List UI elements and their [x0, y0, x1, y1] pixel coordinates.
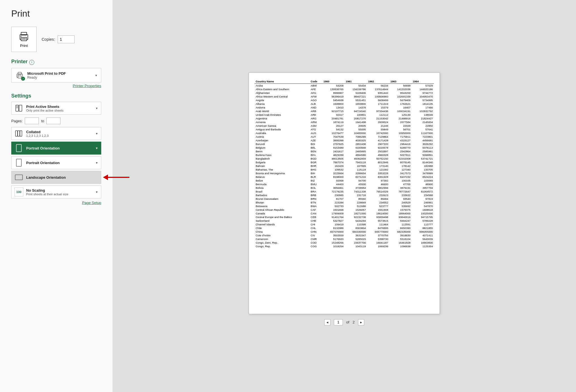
pages-to-label: to: [41, 119, 44, 123]
printer-properties-link[interactable]: Printer Properties: [11, 84, 101, 88]
svg-rect-2: [21, 37, 27, 41]
table-row: Cote d'IvoireCIV350355936315473770756391…: [255, 234, 434, 237]
portrait-orientation-row[interactable]: Portrait Orientation ▼: [11, 156, 101, 169]
table-header-row: Country Name Code 1960 1961 1962 1963 19…: [255, 80, 434, 84]
table-row: BelarusBLR819800082712168351928843723285…: [255, 175, 434, 179]
portrait-orientation-active-icon: [14, 144, 23, 153]
portrait-orientation-text: Portrait Orientation: [26, 161, 93, 165]
right-panel: Country Name Code 1960 1961 1962 1963 19…: [112, 0, 576, 392]
no-scaling-row[interactable]: 100 No Scaling Print sheets at their act…: [11, 185, 101, 198]
printer-name: Microsoft Print to PDF: [27, 71, 92, 76]
table-row: BelizeBIZ920689470097392100165103069: [255, 179, 434, 182]
table-row: AfghanistanAFG89969679169406935144295432…: [255, 91, 434, 95]
page-number-input[interactable]: [334, 319, 343, 325]
collated-title: Collated: [26, 130, 93, 134]
svg-rect-16: [18, 131, 20, 136]
print-active-sheets-arrow: ▼: [95, 107, 98, 110]
portrait-orientation-active-text: Portrait Orientation: [26, 146, 93, 150]
table-row: ArmeniaARM187411919414982009524207758421…: [255, 120, 434, 124]
printer-select[interactable]: ✓ Microsoft Print to PDF Ready ▼: [11, 68, 101, 83]
table-row: BelgiumBEL915348991839489220578928977093…: [255, 146, 434, 149]
settings-section: Settings Print Active Sheets Only print …: [11, 93, 101, 205]
svg-point-9: [18, 75, 18, 76]
table-row: SwitzerlandCHE53278275434294557381556942…: [255, 219, 434, 223]
collated-arrow: ▼: [95, 132, 98, 135]
table-row: Africa Western and CentralAFW96396419984…: [255, 95, 434, 98]
arrow-annotation: [103, 175, 129, 180]
landscape-orientation-text: Landscape Orientation: [26, 175, 98, 180]
table-row: BotswanaBWA50273351268852377753569254787…: [255, 204, 434, 208]
collated-row[interactable]: Collated 1,2,3 1,2,3 1,2,3 ▼: [11, 127, 101, 140]
collated-icon: [14, 129, 23, 138]
page-of-label: of: [346, 320, 349, 324]
table-row: Channel IslandsCHI1094191103981114641125…: [255, 223, 434, 226]
copies-label: Copies:: [42, 37, 55, 42]
printer-icon: ✓: [15, 71, 24, 80]
table-row: ChileCHL81329888303804847689586503908821…: [255, 226, 434, 230]
pages-label: Pages:: [11, 119, 22, 123]
no-scaling-title: No Scaling: [26, 188, 93, 192]
table-row: Africa Eastern and SouthernAFE1308367651…: [255, 87, 434, 91]
col-1962: 1962: [367, 80, 389, 84]
landscape-orientation-icon: [14, 173, 23, 182]
table-row: BeninBEN24316172465865250289725428642585…: [255, 149, 434, 153]
svg-rect-15: [15, 131, 17, 136]
print-active-sheets-icon: [14, 104, 23, 113]
print-active-sheets-title: Print Active Sheets: [26, 105, 93, 109]
col-code: Code: [310, 80, 322, 84]
print-button[interactable]: Print: [11, 27, 37, 52]
pages-from-input[interactable]: [25, 117, 39, 124]
col-1960: 1960: [322, 80, 345, 84]
portrait-orientation-icon: [14, 158, 23, 167]
svg-rect-20: [15, 175, 22, 180]
table-row: AustriaAUT704753970862997129864717581172…: [255, 135, 434, 139]
table-row: AngolaAGO5454938553145156084995679409573…: [255, 98, 434, 102]
print-button-label: Print: [20, 44, 28, 48]
total-pages: 2: [353, 320, 355, 324]
printer-info-icon[interactable]: i: [29, 60, 34, 65]
page-setup-link[interactable]: Page Setup: [11, 201, 101, 205]
landscape-orientation-row[interactable]: Landscape Orientation: [11, 171, 101, 184]
table-row: Burkina FasoBFA4829289489458049603285027…: [255, 153, 434, 157]
no-scaling-arrow: ▼: [95, 191, 98, 194]
table-row: Bosnia and HerzegovinaBIH322566432886043…: [255, 171, 434, 175]
table-row: CanadaCAN1790900918271000186140001896400…: [255, 212, 434, 215]
svg-rect-18: [16, 144, 21, 152]
arrow-line: [108, 177, 129, 178]
page-title: Print: [11, 8, 101, 19]
print-preview: Country Name Code 1960 1961 1962 1963 19…: [249, 72, 440, 314]
portrait-orientation-active-row[interactable]: Portrait Orientation ▼: [11, 142, 101, 155]
table-row: BangladeshBGD480135054936283450752150522…: [255, 157, 434, 160]
pages-to-input[interactable]: [46, 117, 60, 124]
table-row: Central Europe and the BalticsCEB9140176…: [255, 215, 434, 219]
table-row: ChinaCHN66707000066033000066577000068233…: [255, 230, 434, 234]
table-row: Congo, Dem. Rep.COD152482561563770016041…: [255, 241, 434, 244]
table-row: BarbadosBRB23098523171823262323363223458…: [255, 193, 434, 197]
copies-input[interactable]: [58, 35, 75, 43]
printer-info: Microsoft Print to PDF Ready: [27, 71, 92, 80]
print-active-sheets-row[interactable]: Print Active Sheets Only print the activ…: [11, 102, 101, 115]
next-page-button[interactable]: ►: [358, 319, 364, 325]
table-row: BulgariaBGR78673747943118801294680781458…: [255, 160, 434, 164]
printer-dropdown-arrow: ▼: [95, 74, 98, 77]
col-1961: 1961: [345, 80, 367, 84]
portrait-orientation-title: Portrait Orientation: [26, 161, 93, 165]
col-1963: 1963: [389, 80, 411, 84]
table-row: Arab WorldARB921977159472454097334438100…: [255, 109, 434, 113]
print-active-sheets-text: Print Active Sheets Only print the activ…: [26, 105, 93, 112]
table-row: Central African RepublicCAF1501668152605…: [255, 208, 434, 212]
svg-rect-19: [16, 159, 21, 166]
no-scaling-icon: 100: [14, 187, 23, 196]
no-scaling-subtitle: Print sheets at their actual size: [26, 192, 93, 196]
table-row: ArgentinaARG2048178120817270211530422148…: [255, 117, 434, 120]
preview-table: Country Name Code 1960 1961 1962 1963 19…: [255, 80, 434, 248]
table-row: Antigua and BarbudaATG541325500555849567…: [255, 128, 434, 131]
copies-area: Copies:: [42, 35, 75, 43]
landscape-orientation-wrap: Landscape Orientation: [11, 171, 101, 184]
left-panel: Print Print Copies: Printer i: [0, 0, 112, 392]
svg-point-3: [21, 36, 22, 37]
table-row: BhutanBTN223284228849234552240529246961: [255, 201, 434, 204]
prev-page-button[interactable]: ◄: [324, 319, 330, 325]
svg-rect-10: [16, 105, 19, 111]
print-active-sheets-subtitle: Only print the active sheets: [26, 109, 93, 112]
